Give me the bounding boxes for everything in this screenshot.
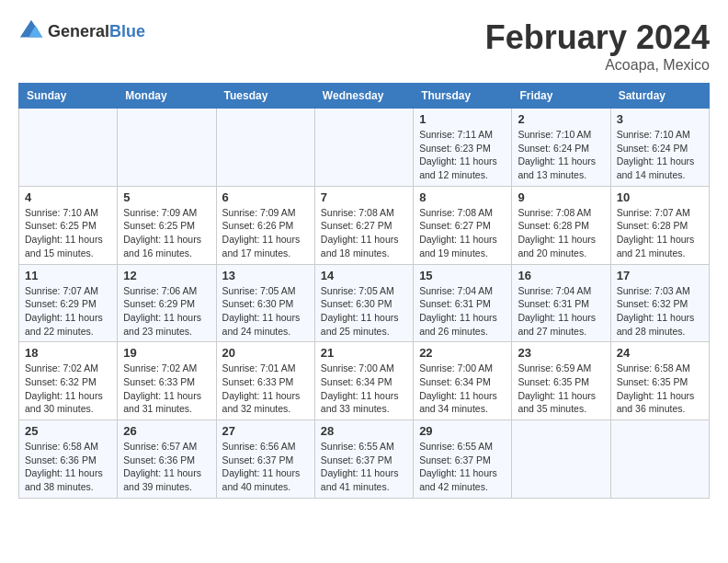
day-info: Sunrise: 6:59 AM Sunset: 6:35 PM Dayligh…: [518, 362, 604, 416]
day-info: Sunrise: 7:09 AM Sunset: 6:25 PM Dayligh…: [123, 206, 210, 260]
day-number: 21: [321, 346, 407, 360]
calendar-cell: 6Sunrise: 7:09 AM Sunset: 6:26 PM Daylig…: [216, 186, 314, 264]
day-info: Sunrise: 7:10 AM Sunset: 6:24 PM Dayligh…: [617, 128, 703, 182]
day-info: Sunrise: 7:04 AM Sunset: 6:31 PM Dayligh…: [419, 284, 506, 339]
day-info: Sunrise: 6:55 AM Sunset: 6:37 PM Dayligh…: [419, 440, 506, 494]
calendar-cell: 18Sunrise: 7:02 AM Sunset: 6:32 PM Dayli…: [19, 342, 118, 420]
calendar-cell: 12Sunrise: 7:06 AM Sunset: 6:29 PM Dayli…: [118, 264, 216, 342]
calendar-cell: 8Sunrise: 7:08 AM Sunset: 6:27 PM Daylig…: [414, 186, 512, 264]
calendar-week-row: 1Sunrise: 7:11 AM Sunset: 6:23 PM Daylig…: [19, 109, 710, 187]
calendar-cell: 2Sunrise: 7:10 AM Sunset: 6:24 PM Daylig…: [512, 109, 610, 187]
day-number: 28: [321, 424, 407, 438]
calendar-cell: 15Sunrise: 7:04 AM Sunset: 6:31 PM Dayli…: [414, 264, 512, 342]
day-info: Sunrise: 7:08 AM Sunset: 6:28 PM Dayligh…: [518, 206, 604, 260]
day-info: Sunrise: 7:06 AM Sunset: 6:29 PM Dayligh…: [123, 284, 210, 339]
day-number: 25: [25, 424, 111, 438]
day-info: Sunrise: 7:08 AM Sunset: 6:27 PM Dayligh…: [419, 206, 506, 260]
logo-blue: Blue: [109, 22, 145, 40]
day-number: 16: [518, 269, 604, 282]
calendar-cell: 14Sunrise: 7:05 AM Sunset: 6:30 PM Dayli…: [314, 264, 413, 342]
weekday-header: Thursday: [414, 84, 512, 109]
weekday-header: Monday: [118, 84, 216, 109]
page-header: GeneralBlue February 2024 Acoapa, Mexico: [18, 18, 710, 74]
day-info: Sunrise: 7:10 AM Sunset: 6:25 PM Dayligh…: [25, 206, 111, 260]
day-number: 1: [419, 112, 506, 126]
day-number: 18: [25, 346, 111, 360]
day-info: Sunrise: 7:05 AM Sunset: 6:30 PM Dayligh…: [321, 284, 407, 339]
day-number: 13: [222, 269, 309, 282]
day-info: Sunrise: 7:02 AM Sunset: 6:33 PM Dayligh…: [123, 362, 210, 416]
day-info: Sunrise: 7:09 AM Sunset: 6:26 PM Dayligh…: [222, 206, 309, 260]
calendar-cell: 27Sunrise: 6:56 AM Sunset: 6:37 PM Dayli…: [216, 420, 314, 499]
calendar-cell: 19Sunrise: 7:02 AM Sunset: 6:33 PM Dayli…: [118, 342, 216, 420]
day-info: Sunrise: 7:10 AM Sunset: 6:24 PM Dayligh…: [518, 128, 604, 182]
calendar-cell: 25Sunrise: 6:58 AM Sunset: 6:36 PM Dayli…: [19, 420, 118, 499]
day-info: Sunrise: 7:07 AM Sunset: 6:28 PM Dayligh…: [617, 206, 703, 260]
weekday-header: Tuesday: [216, 84, 314, 109]
calendar-cell: 9Sunrise: 7:08 AM Sunset: 6:28 PM Daylig…: [512, 186, 610, 264]
calendar-cell: 4Sunrise: 7:10 AM Sunset: 6:25 PM Daylig…: [19, 186, 118, 264]
calendar-cell: [314, 109, 413, 187]
calendar-week-row: 25Sunrise: 6:58 AM Sunset: 6:36 PM Dayli…: [19, 420, 710, 499]
day-info: Sunrise: 7:00 AM Sunset: 6:34 PM Dayligh…: [419, 362, 506, 416]
calendar-cell: 26Sunrise: 6:57 AM Sunset: 6:36 PM Dayli…: [118, 420, 216, 499]
calendar-cell: 28Sunrise: 6:55 AM Sunset: 6:37 PM Dayli…: [314, 420, 413, 499]
day-number: 8: [419, 190, 506, 204]
day-info: Sunrise: 6:57 AM Sunset: 6:36 PM Dayligh…: [123, 440, 210, 494]
day-info: Sunrise: 6:55 AM Sunset: 6:37 PM Dayligh…: [321, 440, 407, 494]
calendar-cell: [19, 109, 118, 187]
calendar-cell: 22Sunrise: 7:00 AM Sunset: 6:34 PM Dayli…: [414, 342, 512, 420]
calendar-cell: 21Sunrise: 7:00 AM Sunset: 6:34 PM Dayli…: [314, 342, 413, 420]
calendar-cell: [118, 109, 216, 187]
day-info: Sunrise: 7:00 AM Sunset: 6:34 PM Dayligh…: [321, 362, 407, 416]
calendar-week-row: 4Sunrise: 7:10 AM Sunset: 6:25 PM Daylig…: [19, 186, 710, 264]
day-info: Sunrise: 7:03 AM Sunset: 6:32 PM Dayligh…: [617, 284, 703, 339]
calendar-cell: 13Sunrise: 7:05 AM Sunset: 6:30 PM Dayli…: [216, 264, 314, 342]
calendar-cell: 11Sunrise: 7:07 AM Sunset: 6:29 PM Dayli…: [19, 264, 118, 342]
day-number: 22: [419, 346, 506, 360]
day-info: Sunrise: 6:56 AM Sunset: 6:37 PM Dayligh…: [222, 440, 309, 494]
day-number: 7: [321, 190, 407, 204]
day-info: Sunrise: 7:08 AM Sunset: 6:27 PM Dayligh…: [321, 206, 407, 260]
day-number: 14: [321, 269, 407, 282]
weekday-header: Saturday: [610, 84, 709, 109]
calendar-cell: 20Sunrise: 7:01 AM Sunset: 6:33 PM Dayli…: [216, 342, 314, 420]
title-block: February 2024 Acoapa, Mexico: [485, 18, 710, 74]
calendar-week-row: 11Sunrise: 7:07 AM Sunset: 6:29 PM Dayli…: [19, 264, 710, 342]
day-number: 6: [222, 190, 309, 204]
logo-general: General: [48, 22, 109, 40]
calendar-cell: 16Sunrise: 7:04 AM Sunset: 6:31 PM Dayli…: [512, 264, 610, 342]
page-location: Acoapa, Mexico: [485, 57, 710, 74]
calendar-cell: 1Sunrise: 7:11 AM Sunset: 6:23 PM Daylig…: [414, 109, 512, 187]
weekday-header: Wednesday: [314, 84, 413, 109]
calendar-cell: 5Sunrise: 7:09 AM Sunset: 6:25 PM Daylig…: [118, 186, 216, 264]
day-number: 23: [518, 346, 604, 360]
day-number: 26: [123, 424, 210, 438]
calendar-cell: 23Sunrise: 6:59 AM Sunset: 6:35 PM Dayli…: [512, 342, 610, 420]
day-number: 10: [617, 190, 703, 204]
calendar-cell: 10Sunrise: 7:07 AM Sunset: 6:28 PM Dayli…: [610, 186, 709, 264]
day-number: 27: [222, 424, 309, 438]
day-info: Sunrise: 6:58 AM Sunset: 6:35 PM Dayligh…: [617, 362, 703, 416]
day-number: 11: [25, 269, 111, 282]
day-number: 15: [419, 269, 506, 282]
calendar-cell: [512, 420, 610, 499]
calendar-cell: 7Sunrise: 7:08 AM Sunset: 6:27 PM Daylig…: [314, 186, 413, 264]
day-info: Sunrise: 6:58 AM Sunset: 6:36 PM Dayligh…: [25, 440, 111, 494]
day-info: Sunrise: 7:02 AM Sunset: 6:32 PM Dayligh…: [25, 362, 111, 416]
calendar-header-row: SundayMondayTuesdayWednesdayThursdayFrid…: [19, 84, 710, 109]
calendar-cell: [610, 420, 709, 499]
day-number: 5: [123, 190, 210, 204]
day-info: Sunrise: 7:07 AM Sunset: 6:29 PM Dayligh…: [25, 284, 111, 339]
day-number: 29: [419, 424, 506, 438]
logo: GeneralBlue: [18, 18, 145, 44]
day-info: Sunrise: 7:01 AM Sunset: 6:33 PM Dayligh…: [222, 362, 309, 416]
calendar-cell: 24Sunrise: 6:58 AM Sunset: 6:35 PM Dayli…: [610, 342, 709, 420]
calendar-cell: [216, 109, 314, 187]
page-title: February 2024: [485, 18, 710, 57]
day-info: Sunrise: 7:05 AM Sunset: 6:30 PM Dayligh…: [222, 284, 309, 339]
calendar-week-row: 18Sunrise: 7:02 AM Sunset: 6:32 PM Dayli…: [19, 342, 710, 420]
day-info: Sunrise: 7:11 AM Sunset: 6:23 PM Dayligh…: [419, 128, 506, 182]
day-number: 20: [222, 346, 309, 360]
day-info: Sunrise: 7:04 AM Sunset: 6:31 PM Dayligh…: [518, 284, 604, 339]
